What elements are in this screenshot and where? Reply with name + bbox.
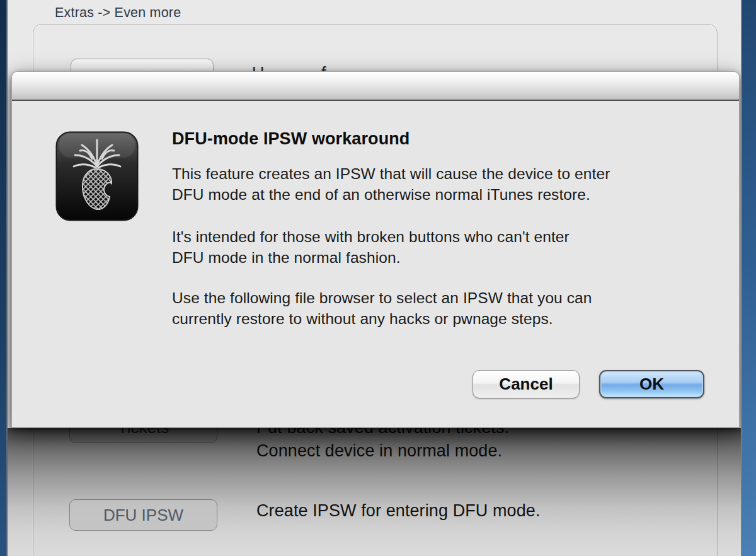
dialog-title: DFU-mode IPSW workaround (172, 129, 410, 149)
tickets-description-line2: Connect device in normal mode. (256, 439, 509, 463)
dialog-paragraph-1: This feature creates an IPSW that will c… (172, 163, 707, 205)
pineapple-icon (55, 131, 139, 221)
desktop-background: Extras -> Even more U f Tickets Put back… (0, 0, 756, 556)
breadcrumb: Extras -> Even more (55, 5, 181, 21)
cancel-button[interactable]: Cancel (472, 370, 580, 398)
dialog-paragraph-3: Use the following file browser to select… (172, 287, 707, 329)
dialog-sheet: DFU-mode IPSW workaround This feature cr… (11, 71, 740, 428)
dfu-ipsw-description: Create IPSW for entering DFU mode. (256, 501, 541, 521)
redsn0w-window: Extras -> Even more U f Tickets Put back… (6, 0, 742, 556)
sheet-top-bar (12, 72, 739, 101)
dialog-paragraph-2: It's intended for those with broken butt… (172, 226, 707, 268)
pineapple-icon-graphic (55, 131, 139, 221)
ok-button[interactable]: OK (599, 370, 704, 398)
dfu-ipsw-button[interactable]: DFU IPSW (69, 499, 217, 531)
